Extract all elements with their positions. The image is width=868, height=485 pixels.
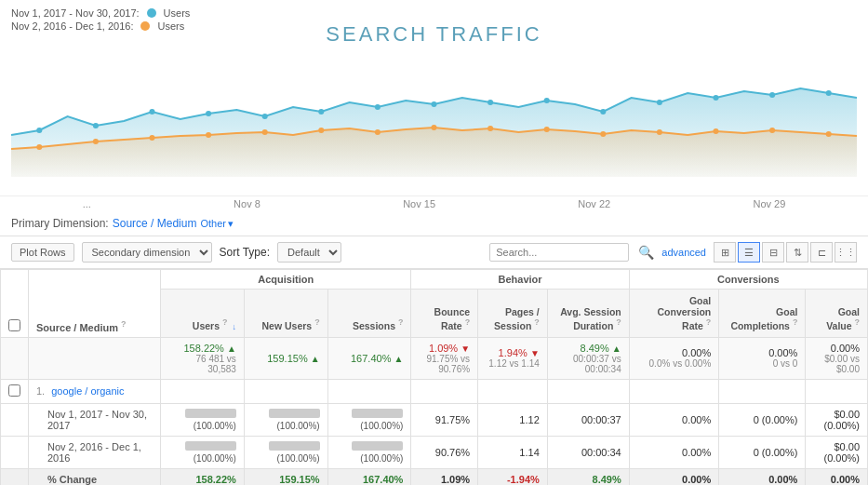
totals-goal-completions-cell: 0.00% 0 vs 0 — [719, 337, 806, 379]
bounce-rate-help-icon[interactable]: ? — [465, 317, 471, 327]
goal-value-header: Goal Value ? — [806, 290, 868, 338]
totals-row: 158.22% ▲ 76 481 vs 30,583 159.15% ▲ 167… — [1, 337, 868, 379]
totals-goal-completions-value: 0.00% — [768, 347, 797, 358]
users-help-icon[interactable]: ? — [222, 317, 228, 327]
goal-completions-help-icon[interactable]: ? — [793, 317, 798, 327]
svg-point-7 — [431, 101, 436, 107]
svg-point-4 — [262, 114, 268, 119]
pct-change-bounce-rate-value: 1.09% — [441, 474, 470, 485]
view-icon-compare[interactable]: ⊟ — [762, 242, 784, 263]
row1-source-link[interactable]: google / organic — [51, 385, 124, 397]
svg-point-6 — [375, 104, 381, 110]
pct-change-goal-completions-value: 0.00% — [768, 474, 797, 485]
sub-row2-users-bar — [185, 441, 236, 451]
row1-source-cell: 1. google / organic — [29, 379, 161, 403]
svg-point-11 — [657, 100, 662, 105]
plot-rows-button[interactable]: Plot Rows — [11, 243, 74, 262]
source-medium-header: Source / Medium ? — [29, 270, 161, 338]
bounce-rate-header: Bounce Rate ? — [411, 290, 478, 338]
other-dropdown[interactable]: Other ▾ — [200, 218, 234, 230]
legend-dot-blue-1 — [147, 8, 156, 18]
svg-point-19 — [262, 129, 268, 135]
svg-point-15 — [36, 144, 42, 150]
totals-new-users-trend-icon: ▲ — [311, 354, 320, 364]
source-medium-help-icon[interactable]: ? — [121, 319, 127, 329]
checkbox-col-header — [1, 270, 29, 338]
chart-area — [0, 47, 868, 195]
secondary-dimension-select[interactable]: Secondary dimension — [82, 242, 212, 263]
legend-metric-1: Users — [164, 7, 191, 19]
row1-sessions-cell — [327, 379, 411, 403]
pages-session-help-icon[interactable]: ? — [534, 317, 540, 327]
other-label: Other — [200, 218, 226, 229]
view-icon-download[interactable]: ⊏ — [810, 242, 833, 263]
totals-pages-session-sub: 1.12 vs 1.14 — [486, 358, 540, 369]
sub-row2-users-cell: (100.00%) — [161, 436, 245, 468]
dimension-value[interactable]: Source / Medium — [113, 217, 197, 230]
sub-row2-new-users-pct: (100.00%) — [277, 453, 320, 464]
sub-row1-goal-value-cell: $0.00 (0.00%) — [806, 403, 868, 436]
pct-change-sessions-value: 167.40% — [363, 474, 403, 485]
totals-avg-session-cell: 8.49% ▲ 00:00:37 vs 00:00:34 — [547, 337, 629, 379]
totals-goal-value-cell: 0.00% $0.00 vs $0.00 — [806, 337, 868, 379]
data-table: Source / Medium ? Acquisition Behavior C… — [0, 269, 868, 485]
advanced-link[interactable]: advanced — [661, 247, 706, 258]
view-icons: ⊞ ☰ ⊟ ⇅ ⊏ ⋮⋮ — [714, 242, 857, 263]
behavior-header: Behavior — [411, 270, 629, 290]
totals-label-cell — [29, 337, 161, 379]
legend-row-1: Nov 1, 2017 - Nov 30, 2017: Users — [11, 7, 857, 19]
svg-point-26 — [657, 129, 662, 135]
sub-row1-avg-session-cell: 00:00:37 — [547, 403, 629, 436]
users-sort-icon[interactable]: ↓ — [232, 322, 236, 331]
goal-value-help-icon[interactable]: ? — [855, 317, 861, 327]
svg-point-12 — [713, 95, 718, 101]
sub-row2-pages-session-cell: 1.14 — [478, 436, 548, 468]
pct-change-new-users-cell: 159.15% — [244, 468, 327, 485]
sub-row1-sessions-cell: (100.00%) — [327, 403, 411, 436]
sub-row2-label-cell: Nov 2, 2016 - Dec 1, 2016 — [29, 436, 161, 468]
avg-session-help-icon[interactable]: ? — [616, 317, 621, 327]
svg-point-10 — [600, 109, 606, 115]
goal-conversion-help-icon[interactable]: ? — [706, 317, 712, 327]
pct-change-goal-value-cell: 0.00% — [806, 468, 868, 485]
select-all-checkbox[interactable] — [8, 319, 20, 331]
sessions-help-icon[interactable]: ? — [398, 317, 404, 327]
svg-point-13 — [769, 92, 775, 98]
sub-row1-label: Nov 1, 2017 - Nov 30, 2017 — [47, 409, 147, 431]
svg-point-0 — [36, 128, 42, 133]
pct-change-goal-value-value: 0.00% — [831, 474, 860, 485]
sub-row1-new-users-pct: (100.00%) — [277, 421, 320, 431]
totals-users-sub: 76 481 vs 30,583 — [168, 354, 236, 374]
sub-row2-bounce-rate-cell: 90.76% — [411, 436, 478, 468]
sub-row1-users-cell: (100.00%) — [161, 403, 245, 436]
view-icon-columns[interactable]: ⋮⋮ — [835, 242, 857, 263]
sub-row2-sessions-bar — [352, 441, 403, 451]
svg-point-14 — [826, 90, 832, 96]
sub-row2-new-users-cell: (100.00%) — [244, 436, 327, 468]
sort-type-select[interactable]: Default — [277, 242, 341, 263]
row1-checkbox[interactable] — [8, 384, 20, 397]
sub-row2-sessions-pct: (100.00%) — [360, 453, 403, 464]
sub-row2-users-pct: (100.00%) — [194, 453, 236, 464]
svg-point-27 — [713, 128, 718, 134]
pct-change-label: % Change — [47, 474, 97, 485]
totals-sessions-cell: 167.40% ▲ — [327, 337, 411, 379]
view-icon-grid[interactable]: ⊞ — [714, 242, 736, 263]
sub-row1-sessions-pct: (100.00%) — [360, 421, 403, 431]
view-icon-list[interactable]: ☰ — [738, 242, 760, 263]
sessions-header: Sessions ? — [327, 290, 411, 338]
svg-point-28 — [769, 128, 775, 133]
totals-bounce-rate-sub: 91.75% vs 90.76% — [419, 354, 470, 374]
view-icon-sort[interactable]: ⇅ — [786, 242, 808, 263]
x-label-2: Nov 15 — [403, 198, 435, 209]
search-input[interactable] — [489, 243, 629, 262]
totals-goal-conversion-sub: 0.0% vs 0.00% — [637, 358, 712, 369]
search-icon[interactable]: 🔍 — [638, 245, 654, 260]
pct-change-avg-session-value: 8.49% — [593, 474, 621, 485]
row1-new-users-cell — [244, 379, 327, 403]
new-users-help-icon[interactable]: ? — [314, 317, 320, 327]
pct-change-goal-completions-cell: 0.00% — [719, 468, 806, 485]
sub-row1-sessions-bar — [352, 409, 403, 418]
pct-change-checkbox-cell — [1, 468, 29, 485]
row1-avg-session-cell — [547, 379, 629, 403]
